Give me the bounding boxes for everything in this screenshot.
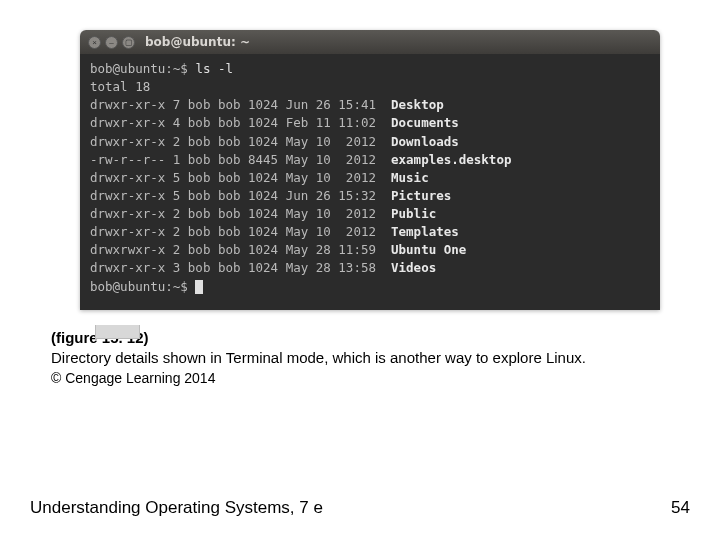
- file-name: Ubuntu One: [391, 242, 466, 257]
- ls-row: -rw-r--r-- 1 bob bob 8445 May 10 2012 ex…: [90, 152, 511, 167]
- ls-row: drwxr-xr-x 5 bob bob 1024 May 10 2012 Mu…: [90, 170, 429, 185]
- ls-row: drwxr-xr-x 7 bob bob 1024 Jun 26 15:41 D…: [90, 97, 444, 112]
- ls-row: drwxr-xr-x 2 bob bob 1024 May 10 2012 Do…: [90, 134, 459, 149]
- window-title: bob@ubuntu: ~: [145, 35, 250, 49]
- total-line: total 18: [90, 79, 150, 94]
- minimize-icon[interactable]: –: [105, 36, 118, 49]
- file-name: Public: [391, 206, 436, 221]
- file-name: Documents: [391, 115, 459, 130]
- figure-caption: (figure 15. 12) Directory details shown …: [51, 328, 671, 369]
- prompt-line-2: bob@ubuntu:~$: [90, 279, 195, 294]
- terminal-window: × – ▢ bob@ubuntu: ~ bob@ubuntu:~$ ls -l …: [80, 30, 660, 310]
- copyright-text: © Cengage Learning 2014: [51, 370, 675, 386]
- ls-output: drwxr-xr-x 7 bob bob 1024 Jun 26 15:41 D…: [90, 97, 511, 275]
- command-text: ls -l: [195, 61, 233, 76]
- maximize-icon[interactable]: ▢: [122, 36, 135, 49]
- file-name: Music: [391, 170, 429, 185]
- window-titlebar: × – ▢ bob@ubuntu: ~: [80, 30, 660, 54]
- background-tab-stub: [95, 325, 140, 339]
- ls-row: drwxr-xr-x 5 bob bob 1024 Jun 26 15:32 P…: [90, 188, 451, 203]
- file-name: Pictures: [391, 188, 451, 203]
- prompt: bob@ubuntu:~$: [90, 61, 188, 76]
- close-icon[interactable]: ×: [88, 36, 101, 49]
- prompt-line: bob@ubuntu:~$ ls -l: [90, 61, 233, 76]
- ls-row: drwxr-xr-x 4 bob bob 1024 Feb 11 11:02 D…: [90, 115, 459, 130]
- ls-row: drwxr-xr-x 2 bob bob 1024 May 10 2012 Pu…: [90, 206, 436, 221]
- caption-text: Directory details shown in Terminal mode…: [51, 349, 586, 366]
- ls-row: drwxr-xr-x 2 bob bob 1024 May 10 2012 Te…: [90, 224, 459, 239]
- file-name: Downloads: [391, 134, 459, 149]
- page-number: 54: [671, 498, 690, 518]
- ls-row: drwxrwxr-x 2 bob bob 1024 May 28 11:59 U…: [90, 242, 466, 257]
- file-name: Videos: [391, 260, 436, 275]
- file-name: Templates: [391, 224, 459, 239]
- slide-container: × – ▢ bob@ubuntu: ~ bob@ubuntu:~$ ls -l …: [0, 0, 720, 540]
- terminal-body[interactable]: bob@ubuntu:~$ ls -l total 18 drwxr-xr-x …: [80, 54, 660, 310]
- ls-row: drwxr-xr-x 3 bob bob 1024 May 28 13:58 V…: [90, 260, 436, 275]
- file-name: Desktop: [391, 97, 444, 112]
- cursor-block: [195, 280, 203, 294]
- file-name: examples.desktop: [391, 152, 511, 167]
- book-title: Understanding Operating Systems, 7 e: [30, 498, 323, 518]
- slide-footer: Understanding Operating Systems, 7 e 54: [30, 498, 690, 518]
